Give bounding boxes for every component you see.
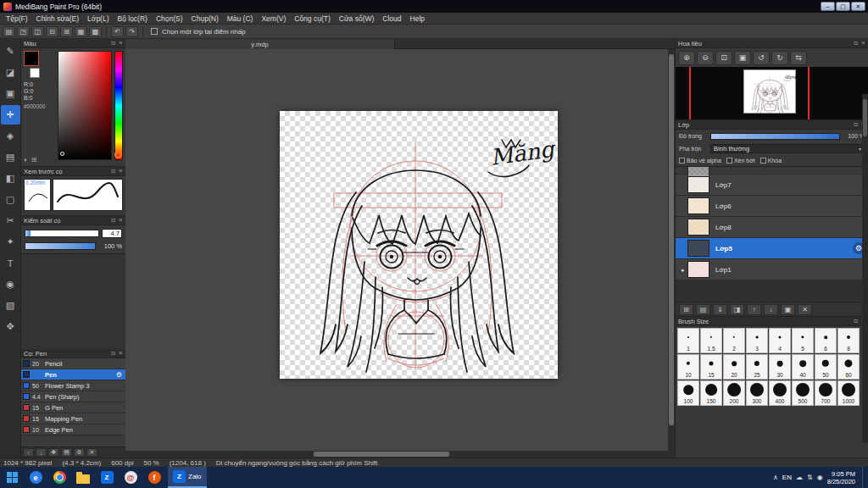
maximize-button[interactable]: ▢ <box>836 2 850 11</box>
menu-item-9[interactable]: Công cụ(T) <box>290 14 335 23</box>
brush-item-7[interactable]: 10Edge Pen <box>21 424 125 435</box>
brush-size-cell-25[interactable]: 25 <box>746 354 768 380</box>
menu-item-3[interactable]: Lớp(L) <box>83 14 113 23</box>
zoom-actual-icon[interactable]: ▣ <box>734 51 751 65</box>
close-button[interactable]: ✕ <box>851 2 865 11</box>
brush-up-icon[interactable]: ↑ <box>23 448 34 457</box>
navigator-view[interactable] <box>676 67 868 119</box>
menu-item-11[interactable]: Cloud <box>378 14 405 23</box>
open-file-icon[interactable]: ◳ <box>17 26 30 37</box>
brush-item-4[interactable]: 4.4Pen (Sharp) <box>21 391 125 402</box>
delete-brush-icon[interactable]: ✕ <box>86 448 97 457</box>
menu-item-5[interactable]: Chọn(S) <box>152 14 187 23</box>
brush-item-5[interactable]: 15G Pen <box>21 402 125 413</box>
volume-icon[interactable]: ◉ <box>817 474 823 481</box>
clipping-checkbox[interactable] <box>726 158 732 164</box>
dot-pen-tool[interactable]: ▣ <box>1 84 20 103</box>
export-icon[interactable]: ⊟ <box>46 26 58 37</box>
brush-size-cell-150[interactable]: 150 <box>700 380 722 406</box>
menu-item-4[interactable]: Bộ lọc(R) <box>114 14 152 23</box>
primary-color-swatch[interactable] <box>24 51 39 66</box>
menu-item-7[interactable]: Màu (C) <box>223 14 258 23</box>
magic-wand-tool[interactable]: ✦ <box>1 232 20 252</box>
brush-width-value[interactable]: 4.7 <box>102 229 122 238</box>
brush-size-cell-100[interactable]: 100 <box>677 380 699 406</box>
brush-size-cell-30[interactable]: 30 <box>769 354 791 380</box>
document-tab[interactable]: ỳ.mdp <box>125 39 395 49</box>
tray-expand-icon[interactable]: ∧ <box>773 474 778 481</box>
layer-item-partial[interactable] <box>676 167 868 175</box>
brush-size-cell-4[interactable]: 4 <box>769 328 791 353</box>
close-panel-icon[interactable]: ✕ <box>861 41 865 47</box>
bucket-tool[interactable]: ▤ <box>1 147 20 167</box>
lock-checkbox[interactable] <box>760 158 766 164</box>
add-folder-icon[interactable]: ▤ <box>696 304 710 315</box>
float-panel-icon[interactable]: ⊡ <box>111 218 115 224</box>
delete-layer-icon[interactable]: ✕ <box>798 304 812 315</box>
text-tool[interactable]: T <box>1 253 20 273</box>
float-panel-icon[interactable]: ⊡ <box>111 169 115 175</box>
secondary-color-swatch[interactable] <box>30 68 40 78</box>
brush-size-cell-400[interactable]: 400 <box>769 380 791 406</box>
active-task-zalo[interactable]: Z Zalo <box>168 467 207 488</box>
fill-tool[interactable]: ◈ <box>1 126 20 146</box>
float-panel-icon[interactable]: ⊡ <box>854 122 858 128</box>
menu-item-10[interactable]: Cửa sổ(W) <box>335 14 379 23</box>
protect-alpha-checkbox[interactable] <box>679 158 685 164</box>
canvas-horizontal-scrollbar[interactable] <box>125 451 668 458</box>
eyedropper-tool[interactable]: ◉ <box>1 274 20 294</box>
add-brush-icon[interactable]: ✚ <box>48 448 59 457</box>
layer-item-3[interactable]: Lớp8 <box>676 217 868 238</box>
brush-size-cell-60[interactable]: 60 <box>837 354 860 380</box>
float-panel-icon[interactable]: ⊡ <box>854 41 858 47</box>
brush-size-cell-5[interactable]: 5 <box>792 328 814 353</box>
brush-item-2[interactable]: Pen⚙ <box>21 369 125 380</box>
brush-size-cell-1[interactable]: 1 <box>677 328 699 353</box>
canvas-vertical-scrollbar[interactable] <box>668 49 675 451</box>
menu-item-12[interactable]: Help <box>406 14 429 23</box>
transfer-layer-icon[interactable]: ⇓ <box>713 304 727 315</box>
layer-list-scrollbar[interactable] <box>862 94 868 443</box>
close-panel-icon[interactable]: ✕ <box>119 169 123 175</box>
blend-mode-select[interactable]: Bình thường ▾ <box>710 144 865 153</box>
ruler-icon[interactable]: ▦ <box>75 26 87 37</box>
zoom-fit-icon[interactable]: ⊡ <box>715 51 732 65</box>
add-swatch-icon[interactable]: ⊞ <box>31 156 37 164</box>
brush-down-icon[interactable]: ↓ <box>36 448 47 457</box>
hue-slider[interactable] <box>114 51 123 160</box>
brush-size-cell-8[interactable]: 8 <box>837 328 860 353</box>
brush-size-cell-50[interactable]: 50 <box>815 354 837 380</box>
brush-width-slider[interactable] <box>25 230 99 237</box>
layer-opacity-slider[interactable] <box>710 133 840 140</box>
chrome-icon[interactable] <box>47 467 71 488</box>
zoom-out-icon[interactable]: ⊖ <box>697 51 714 65</box>
close-panel-icon[interactable]: ✕ <box>119 41 123 47</box>
canvas[interactable]: Măng <box>280 111 558 379</box>
duplicate-layer-icon[interactable]: ▣ <box>781 304 795 315</box>
firefox-icon[interactable]: f <box>142 467 166 488</box>
menu-item-1[interactable]: Tệp(F) <box>2 14 32 23</box>
network-icon[interactable]: ⇅ <box>807 474 813 481</box>
move-layer-up-icon[interactable]: ↑ <box>747 304 761 315</box>
language-indicator[interactable]: EN <box>782 474 792 481</box>
menu-item-2[interactable]: Chỉnh sửa(E) <box>32 14 84 23</box>
save-icon[interactable]: ◫ <box>31 26 44 37</box>
explorer-icon[interactable] <box>71 467 95 488</box>
brush-size-cell-1.5[interactable]: 1.5 <box>700 328 722 353</box>
layer-item-2[interactable]: Lớp6 <box>676 196 868 217</box>
menu-item-8[interactable]: Xem(V) <box>257 14 290 23</box>
brush-size-cell-15[interactable]: 15 <box>700 354 722 380</box>
menu-item-6[interactable]: Chụp(N) <box>187 14 223 23</box>
zalo-icon[interactable]: Z <box>95 467 119 488</box>
float-panel-icon[interactable]: ⊡ <box>854 319 858 324</box>
brush-size-cell-200[interactable]: 200 <box>723 380 745 406</box>
add-layer-icon[interactable]: ⊞ <box>679 304 693 315</box>
brush-size-cell-1000[interactable]: 1000 <box>837 380 860 406</box>
material-icon[interactable]: ▩ <box>89 26 102 37</box>
saturation-value-picker[interactable] <box>58 51 112 160</box>
eraser-tool[interactable]: ◪ <box>1 63 20 82</box>
brush-size-cell-300[interactable]: 300 <box>746 380 768 406</box>
brush-settings-icon[interactable]: ⚙ <box>74 448 85 457</box>
brush-item-3[interactable]: 50Flower Stamp 3 <box>21 380 125 391</box>
brush-size-cell-6[interactable]: 6 <box>815 328 837 353</box>
